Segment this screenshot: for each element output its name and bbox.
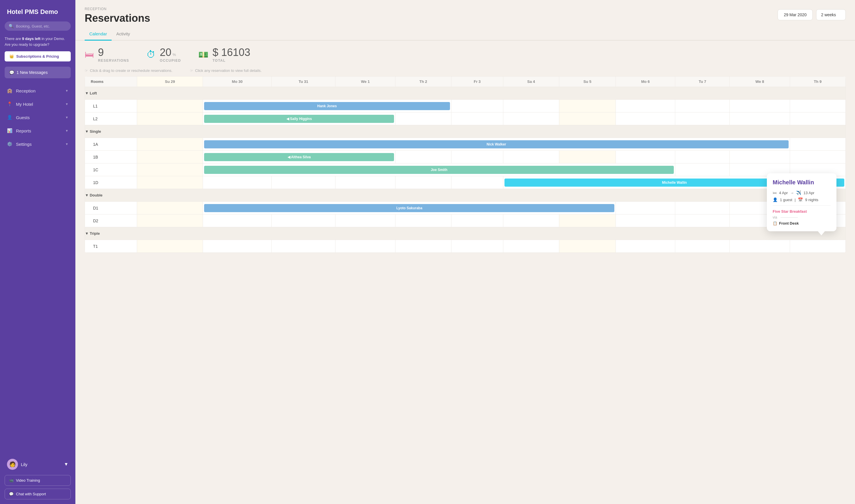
empty-cell[interactable] — [272, 214, 336, 227]
empty-cell[interactable] — [559, 214, 616, 227]
empty-cell[interactable] — [451, 112, 503, 125]
empty-cell[interactable] — [203, 176, 272, 189]
empty-cell[interactable] — [503, 240, 559, 253]
booking-cell-joe-smith[interactable]: Joe Smith — [203, 163, 675, 176]
empty-cell[interactable] — [395, 112, 451, 125]
empty-cell[interactable] — [559, 240, 616, 253]
empty-cell[interactable] — [616, 100, 675, 112]
period-select[interactable]: 2 weeks — [816, 9, 846, 20]
empty-cell[interactable] — [616, 240, 675, 253]
empty-cell[interactable] — [675, 163, 730, 176]
tab-activity[interactable]: Activity — [112, 29, 135, 40]
search-input[interactable] — [16, 24, 67, 29]
empty-cell[interactable] — [203, 240, 272, 253]
empty-cell[interactable] — [137, 202, 203, 214]
tooltip-guests-nights: 👤 1 guest | 📅 9 nights — [773, 197, 831, 202]
empty-cell[interactable] — [675, 214, 730, 227]
hint-click: ☞ Click any reservation to view full det… — [190, 68, 262, 73]
empty-cell[interactable] — [616, 214, 675, 227]
empty-cell[interactable] — [395, 214, 451, 227]
tooltip-package: Five Star Breakfast — [773, 209, 831, 214]
empty-cell[interactable] — [395, 240, 451, 253]
empty-cell[interactable] — [137, 214, 203, 227]
booking-bar-lyoto-sakuraba[interactable]: Lyoto Sakuraba — [204, 204, 614, 212]
empty-cell[interactable] — [137, 100, 203, 112]
empty-cell[interactable] — [137, 138, 203, 151]
empty-cell[interactable] — [675, 151, 730, 163]
col-tu7: Tu 7 — [675, 76, 730, 87]
empty-cell[interactable] — [790, 151, 845, 163]
empty-cell[interactable] — [559, 151, 616, 163]
empty-cell[interactable] — [336, 214, 395, 227]
empty-cell[interactable] — [137, 151, 203, 163]
empty-cell[interactable] — [395, 176, 451, 189]
empty-cell[interactable] — [730, 100, 790, 112]
empty-cell[interactable] — [730, 151, 790, 163]
tab-calendar[interactable]: Calendar — [85, 29, 112, 40]
sidebar-item-guests[interactable]: 👤 Guests ▼ — [0, 111, 75, 124]
booking-bar-sally-higgins[interactable]: ◀ Sally Higgins — [204, 115, 394, 123]
video-training-button[interactable]: 📹 Video Training — [5, 475, 71, 486]
empty-cell[interactable] — [790, 100, 845, 112]
empty-cell[interactable] — [137, 240, 203, 253]
empty-cell[interactable] — [616, 112, 675, 125]
empty-cell[interactable] — [559, 100, 616, 112]
empty-cell[interactable] — [503, 100, 559, 112]
empty-cell[interactable] — [272, 176, 336, 189]
col-fr3: Fr 3 — [451, 76, 503, 87]
booking-cell-althea-silva[interactable]: ◀ Althea Silva — [203, 151, 395, 163]
sidebar-item-reports[interactable]: 📊 Reports ▼ — [0, 124, 75, 137]
booking-cell-nick-walker[interactable]: Nick Walker — [203, 138, 790, 151]
empty-cell[interactable] — [790, 240, 845, 253]
empty-cell[interactable] — [451, 151, 503, 163]
sidebar-item-my-hotel[interactable]: 📍 My Hotel ▼ — [0, 97, 75, 111]
col-tu31: Tu 31 — [272, 76, 336, 87]
empty-cell[interactable] — [395, 151, 451, 163]
booking-bar-nick-walker[interactable]: Nick Walker — [204, 140, 788, 148]
date-picker-button[interactable]: 29 Mar 2020 — [778, 9, 813, 20]
sidebar-item-reception[interactable]: 🏨 Reception ▼ — [0, 84, 75, 97]
empty-cell[interactable] — [503, 151, 559, 163]
empty-cell[interactable] — [137, 163, 203, 176]
empty-cell[interactable] — [451, 176, 503, 189]
stat-total: 💵 $ 16103 TOTAL — [198, 47, 250, 62]
booking-bar-hank-jones[interactable]: Hank Jones — [204, 102, 450, 110]
booking-cell-lyoto-sakuraba[interactable]: Lyoto Sakuraba — [203, 202, 616, 214]
empty-cell[interactable] — [730, 240, 790, 253]
user-profile[interactable]: 🧑 Lily ▼ — [5, 456, 71, 472]
chat-support-button[interactable]: 💬 Chat with Support — [5, 489, 71, 499]
empty-cell[interactable] — [336, 176, 395, 189]
search-box[interactable]: 🔍 — [5, 21, 71, 31]
empty-cell[interactable] — [616, 151, 675, 163]
empty-cell[interactable] — [503, 112, 559, 125]
empty-cell[interactable] — [616, 202, 675, 214]
empty-cell[interactable] — [675, 202, 730, 214]
empty-cell[interactable] — [790, 112, 845, 125]
empty-cell[interactable] — [336, 240, 395, 253]
empty-cell[interactable] — [730, 112, 790, 125]
empty-cell[interactable] — [272, 240, 336, 253]
booking-cell-hank-jones[interactable]: Hank Jones — [203, 100, 451, 112]
empty-cell[interactable] — [137, 176, 203, 189]
booking-bar-joe-smith[interactable]: Joe Smith — [204, 166, 674, 174]
empty-cell[interactable] — [503, 214, 559, 227]
empty-cell[interactable] — [451, 240, 503, 253]
empty-cell[interactable] — [137, 112, 203, 125]
empty-cell[interactable] — [451, 214, 503, 227]
room-row-T1: T1 — [85, 240, 846, 253]
crown-icon: 👑 — [9, 54, 14, 58]
empty-cell[interactable] — [451, 100, 503, 112]
booking-bar-althea-silva[interactable]: ◀ Althea Silva — [204, 153, 394, 161]
empty-cell[interactable] — [559, 112, 616, 125]
empty-cell[interactable] — [675, 100, 730, 112]
empty-cell[interactable] — [675, 112, 730, 125]
empty-cell[interactable] — [790, 138, 845, 151]
messages-button[interactable]: 💬 1 New Messages — [5, 67, 71, 78]
empty-cell[interactable] — [675, 240, 730, 253]
booking-cell-sally-higgins[interactable]: ◀ Sally Higgins — [203, 112, 395, 125]
empty-cell[interactable] — [203, 214, 272, 227]
sidebar-item-settings[interactable]: ⚙️ Settings ▼ — [0, 137, 75, 151]
room-label-1C: 1C — [85, 163, 137, 176]
sidebar: Hotel PMS Demo 🔍 There are 9 days left i… — [0, 0, 75, 504]
upgrade-button[interactable]: 👑 Subscriptions & Pricing — [5, 51, 71, 61]
